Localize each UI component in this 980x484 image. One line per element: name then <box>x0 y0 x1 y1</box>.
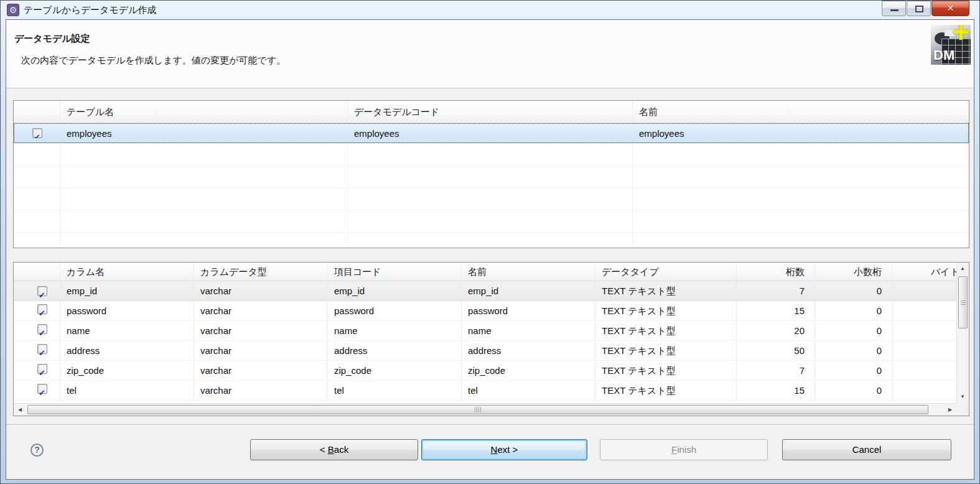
cell-decimals[interactable]: 0 <box>815 281 892 300</box>
column-header-name[interactable]: 名前 <box>462 263 595 281</box>
table-row-employees[interactable]: ✔ employees employees employees <box>14 123 969 143</box>
cell-bytes[interactable] <box>892 321 956 340</box>
vertical-scrollbar[interactable]: ▲ ▼ <box>956 263 969 403</box>
row-checkbox[interactable]: ✔ <box>37 324 47 334</box>
cell-item-code[interactable]: tel <box>328 381 462 400</box>
cancel-button[interactable]: Cancel <box>782 439 951 460</box>
cell-decimals[interactable]: 0 <box>815 381 892 400</box>
empty-row <box>14 165 969 188</box>
column-header-item-code[interactable]: 項目コード <box>328 263 462 281</box>
column-header-digits[interactable]: 桁数 <box>737 263 815 281</box>
row-checkbox[interactable]: ✔ <box>37 384 47 394</box>
scroll-left-icon[interactable]: ◀ <box>14 404 26 416</box>
check-icon: ✔ <box>39 383 45 400</box>
cell-column-name[interactable]: emp_id <box>60 281 194 300</box>
help-button[interactable]: ? <box>30 444 44 457</box>
cell-bytes[interactable] <box>892 341 956 360</box>
cell-digits[interactable]: 7 <box>737 281 815 300</box>
horizontal-scrollbar-thumb[interactable] <box>27 405 928 414</box>
cell-name[interactable]: name <box>462 321 595 340</box>
cell-decimals[interactable]: 0 <box>815 361 892 380</box>
cell-column-type[interactable]: varchar <box>194 381 328 400</box>
column-header-decimals[interactable]: 小数桁 <box>815 263 892 281</box>
cell-digits[interactable]: 50 <box>737 341 815 360</box>
cell-model-code[interactable]: employees <box>348 124 633 143</box>
cell-name[interactable]: emp_id <box>462 281 595 300</box>
row-checkbox[interactable]: ✔ <box>37 364 47 374</box>
cell-decimals[interactable]: 0 <box>815 321 892 340</box>
column-row-name[interactable]: ✔ name varchar name name TEXT テキスト型 20 0 <box>14 321 956 341</box>
column-header-bytes[interactable]: バイト数 <box>892 263 956 281</box>
column-header-name[interactable]: 名前 <box>633 101 969 123</box>
back-button[interactable]: < Back <box>250 439 418 460</box>
checkbox-cell: ✔ <box>14 301 60 320</box>
maximize-button[interactable] <box>907 1 931 16</box>
cell-digits[interactable]: 15 <box>737 381 815 400</box>
column-row-tel[interactable]: ✔ tel varchar tel tel TEXT テキスト型 15 0 <box>14 381 956 401</box>
vertical-scrollbar-thumb[interactable] <box>958 276 968 328</box>
column-row-password[interactable]: ✔ password varchar password password TEX… <box>14 301 956 321</box>
cell-bytes[interactable] <box>892 301 956 320</box>
row-checkbox[interactable]: ✔ <box>37 304 47 314</box>
close-button[interactable]: ✕ <box>931 1 969 16</box>
cell-column-type[interactable]: varchar <box>194 361 328 380</box>
cell-name[interactable]: tel <box>462 381 595 400</box>
cell-item-code[interactable]: password <box>328 301 462 320</box>
column-row-zip-code[interactable]: ✔ zip_code varchar zip_code zip_code TEX… <box>14 361 956 381</box>
row-checkbox[interactable]: ✔ <box>32 128 42 138</box>
window-controls: ✕ <box>881 1 969 16</box>
column-header-model-code[interactable]: データモデルコード <box>348 101 633 123</box>
cell-column-name[interactable]: zip_code <box>60 361 194 380</box>
scroll-down-icon[interactable]: ▼ <box>956 391 969 403</box>
column-header-table-name[interactable]: テーブル名 <box>60 101 348 123</box>
column-header-data-type[interactable]: データタイプ <box>595 263 737 281</box>
cell-column-type[interactable]: varchar <box>194 301 328 320</box>
column-header-column-type[interactable]: カラムデータ型 <box>194 263 328 281</box>
cell-bytes[interactable] <box>892 281 956 300</box>
cell-data-type[interactable]: TEXT テキスト型 <box>595 301 737 320</box>
cell-bytes[interactable] <box>892 381 956 400</box>
next-label-rest: ext <box>497 444 510 455</box>
cell-data-type[interactable]: TEXT テキスト型 <box>595 341 737 360</box>
cell-item-code[interactable]: zip_code <box>328 361 462 380</box>
cell-column-type[interactable]: varchar <box>194 341 328 360</box>
cell-item-code[interactable]: address <box>328 341 462 360</box>
checkbox-cell: ✔ <box>14 128 60 138</box>
row-checkbox[interactable]: ✔ <box>37 286 47 296</box>
column-header-column-name[interactable]: カラム名 <box>60 263 194 281</box>
next-button[interactable]: Next > <box>421 439 587 460</box>
cell-column-type[interactable]: varchar <box>194 281 328 300</box>
cell-digits[interactable]: 15 <box>737 301 815 320</box>
cell-data-type[interactable]: TEXT テキスト型 <box>595 321 737 340</box>
cell-bytes[interactable] <box>892 361 956 380</box>
row-checkbox[interactable]: ✔ <box>37 344 47 354</box>
minimize-button[interactable] <box>882 1 906 16</box>
cell-name[interactable]: password <box>462 301 595 320</box>
cell-name[interactable]: employees <box>633 124 969 143</box>
cell-table-name[interactable]: employees <box>60 124 348 143</box>
cell-digits[interactable]: 20 <box>737 321 815 340</box>
cell-data-type[interactable]: TEXT テキスト型 <box>595 281 737 300</box>
cell-column-type[interactable]: varchar <box>194 321 328 340</box>
cell-column-name[interactable]: address <box>60 341 194 360</box>
cell-decimals[interactable]: 0 <box>815 341 892 360</box>
cell-data-type[interactable]: TEXT テキスト型 <box>595 381 737 400</box>
horizontal-scrollbar[interactable]: ◀ ▶ <box>14 403 956 416</box>
cell-column-name[interactable]: password <box>60 301 194 320</box>
wizard-header: データモデル設定 次の内容でデータモデルを作成します。値の変更が可能です。 DM… <box>6 20 974 88</box>
scroll-right-icon[interactable]: ▶ <box>944 404 956 416</box>
cell-digits[interactable]: 7 <box>737 361 815 380</box>
cell-item-code[interactable]: emp_id <box>328 281 462 300</box>
cell-data-type[interactable]: TEXT テキスト型 <box>595 361 737 380</box>
cell-column-name[interactable]: name <box>60 321 194 340</box>
column-row-address[interactable]: ✔ address varchar address address TEXT テ… <box>14 341 956 361</box>
cell-name[interactable]: address <box>462 341 595 360</box>
cell-decimals[interactable]: 0 <box>815 301 892 320</box>
page-title: データモデル設定 <box>14 33 90 45</box>
cell-name[interactable]: zip_code <box>462 361 595 380</box>
titlebar[interactable]: ⚙ テーブルからデータモデル作成 ✕ <box>1 1 979 19</box>
cell-item-code[interactable]: name <box>328 321 462 340</box>
cell-column-name[interactable]: tel <box>60 381 194 400</box>
column-row-emp-id[interactable]: ✔ emp_id varchar emp_id emp_id TEXT テキスト… <box>14 281 956 301</box>
scroll-up-icon[interactable]: ▲ <box>956 263 969 275</box>
